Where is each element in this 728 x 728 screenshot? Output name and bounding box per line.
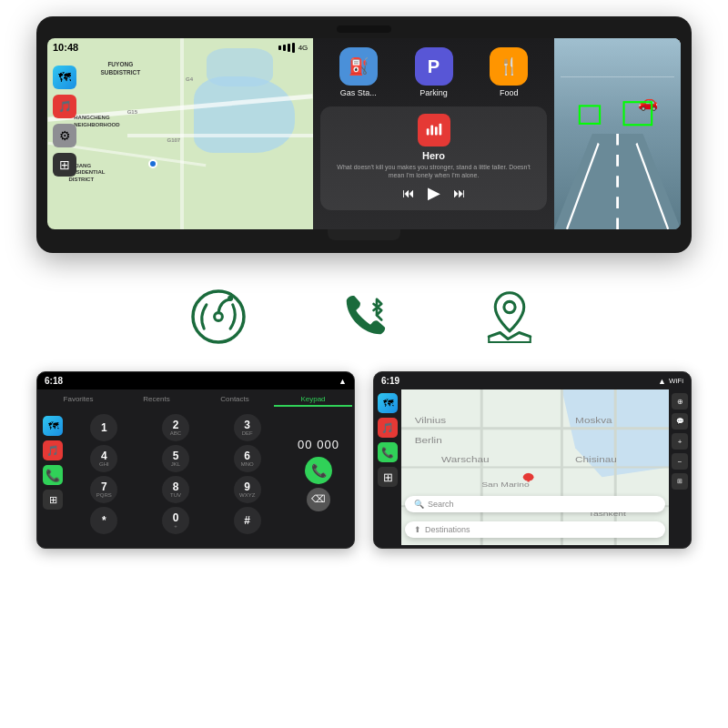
music-svg — [187, 285, 250, 349]
phone-bt-svg — [332, 285, 396, 349]
nav-music-icon: 🎵 — [378, 418, 398, 438]
search-icon-sm: 🔍 — [414, 500, 424, 509]
icons-section — [0, 262, 728, 371]
wifi-icon: ▲ — [339, 377, 347, 386]
dest-text: Destinations — [425, 525, 470, 534]
map-signal: 4G — [278, 43, 308, 53]
nav-feature-icon — [473, 280, 546, 353]
camera-panel: 🚗 — [554, 38, 681, 229]
phone-grid-icon: ⊞ — [43, 490, 63, 510]
device-stand — [328, 229, 400, 240]
svg-text:Berlin: Berlin — [415, 436, 442, 444]
quick-actions: ⛽ Gas Sta... P Parking 🍴 Food — [313, 38, 553, 103]
map-background: G15 G107 G4 FUYONGSUBDISTRICT HANGCHENGN… — [47, 38, 313, 229]
detection-overlay — [554, 38, 681, 229]
nav-svg — [478, 285, 541, 349]
nav-grid-icon: ⊞ — [378, 467, 398, 487]
dial-2[interactable]: 2ABC — [162, 414, 189, 441]
search-text: Search — [428, 500, 454, 509]
nav-zoom-in-btn[interactable]: + — [672, 433, 688, 450]
svg-rect-2 — [434, 126, 437, 135]
nav-icon — [473, 280, 546, 353]
food-btn[interactable]: 🍴 Food — [490, 47, 528, 97]
nav-left-icons: 🗺 🎵 📞 ⊞ — [374, 389, 401, 545]
phone-call-icon: 📞 — [43, 465, 63, 485]
svg-text:Moskva: Moskva — [575, 417, 612, 425]
svg-text:Warschau: Warschau — [441, 456, 490, 464]
nav-layers-btn[interactable]: ⊞ — [672, 473, 688, 490]
dial-hash[interactable]: # — [234, 507, 261, 534]
phone-signal-area: ▲ — [339, 377, 347, 386]
backspace-btn[interactable]: ⌫ — [307, 488, 330, 511]
music-feature-icon — [182, 280, 255, 353]
svg-text:Chisinau: Chisinau — [575, 456, 617, 464]
dial-1[interactable]: 1 — [90, 414, 117, 441]
phone-dialpad-screen: 6:18 ▲ Favorites Recents Contacts Keypad… — [36, 371, 355, 549]
map-status-bar: 10:48 4G — [53, 42, 308, 53]
parking-btn[interactable]: P Parking — [415, 47, 453, 97]
dial-display: 00 000 📞 ⌫ — [287, 414, 350, 534]
svg-point-13 — [504, 301, 515, 312]
dial-number: 00 000 — [298, 438, 339, 451]
svg-rect-8 — [623, 102, 652, 125]
grid-app-icon: ⊞ — [53, 153, 76, 177]
tab-recents[interactable]: Recents — [117, 393, 196, 407]
svg-point-12 — [228, 296, 233, 301]
device-notch — [337, 25, 391, 33]
tab-contacts[interactable]: Contacts — [196, 393, 274, 407]
nav-maps-icon: 🗺 — [378, 393, 398, 413]
dial-5[interactable]: 5JKL — [162, 445, 189, 472]
music-icon-feature — [182, 280, 255, 353]
device-outer: G15 G107 G4 FUYONGSUBDISTRICT HANGCHENGN… — [36, 16, 692, 253]
svg-rect-9 — [580, 106, 600, 123]
gas-station-btn[interactable]: ⛽ Gas Sta... — [339, 47, 378, 97]
dial-3[interactable]: 3DEF — [234, 414, 261, 441]
nav-right-controls: ⊕ 💬 + − ⊞ — [669, 389, 691, 545]
phone-maps-icon: 🗺 — [43, 416, 63, 436]
tab-favorites[interactable]: Favorites — [39, 393, 117, 407]
nav-map-screen: 6:19 ▲ WiFi 🗺 🎵 📞 ⊞ — [373, 371, 692, 549]
map-icons-left: 🗺 🎵 ⚙ ⊞ — [53, 66, 76, 177]
nav-zoom-out-btn[interactable]: − — [672, 453, 688, 470]
nav-search-box[interactable]: 🔍 Search — [405, 496, 665, 512]
tab-keypad[interactable]: Keypad — [274, 393, 352, 407]
phone-body: 🗺 🎵 📞 ⊞ 1 2ABC 3DEF 4GHI 5JKL 6MNO 7PQRS… — [37, 410, 354, 538]
dial-6[interactable]: 6MNO — [234, 445, 261, 472]
nav-dest-box[interactable]: ⬆ Destinations — [405, 521, 665, 538]
phone-left-icons: 🗺 🎵 📞 ⊞ — [41, 414, 65, 534]
bottom-section: 6:18 ▲ Favorites Recents Contacts Keypad… — [0, 371, 728, 549]
next-btn[interactable]: ⏭ — [453, 186, 466, 200]
dial-8[interactable]: 8TUV — [162, 476, 189, 503]
call-btn[interactable]: 📞 — [305, 457, 332, 484]
phone-music-icon: 🎵 — [43, 440, 63, 460]
map-time: 10:48 — [53, 42, 78, 53]
music-title: Hero — [422, 150, 445, 161]
phone-bt-feature-icon — [328, 280, 400, 353]
parking-icon: P — [415, 47, 453, 86]
nav-status-bar: 6:19 ▲ WiFi — [374, 372, 691, 389]
dial-star[interactable]: * — [90, 507, 117, 534]
dial-4[interactable]: 4GHI — [90, 445, 117, 472]
nav-signal: ▲ WiFi — [658, 377, 683, 386]
map-pin — [148, 159, 157, 168]
dial-7[interactable]: 7PQRS — [90, 476, 117, 503]
settings-app-icon: ⚙ — [53, 124, 76, 147]
gas-label: Gas Sta... — [340, 88, 377, 97]
nav-chat-btn[interactable]: 💬 — [672, 413, 688, 430]
play-btn[interactable]: ▶ — [428, 183, 440, 203]
music-lyrics: What doesn't kill you makes you stronger… — [329, 163, 537, 179]
prev-btn[interactable]: ⏮ — [402, 186, 415, 200]
dial-0[interactable]: 0+ — [162, 507, 189, 534]
music-app-icon: 🎵 — [53, 95, 76, 118]
nav-location-btn[interactable]: ⊕ — [672, 393, 688, 410]
svg-rect-1 — [430, 126, 433, 136]
dial-9[interactable]: 9WXYZ — [234, 476, 261, 503]
svg-text:Vilnius: Vilnius — [415, 417, 446, 425]
maps-app-icon: 🗺 — [53, 66, 76, 89]
svg-rect-3 — [439, 124, 441, 136]
music-bars-icon — [424, 120, 444, 140]
phone-status-bar: 6:18 ▲ — [37, 372, 354, 389]
svg-rect-0 — [426, 128, 429, 135]
music-card: Hero What doesn't kill you makes you str… — [320, 106, 546, 210]
music-icon-wrap — [418, 114, 450, 147]
